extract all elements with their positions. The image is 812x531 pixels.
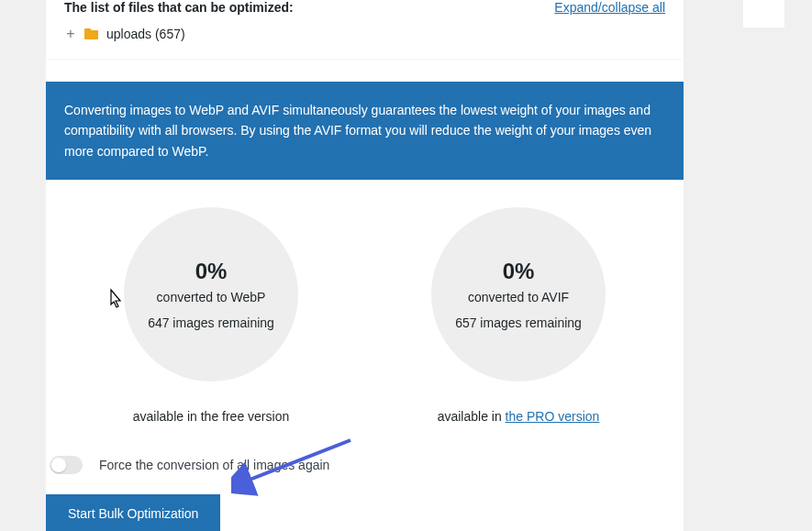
webp-circle: 0% converted to WebP 647 images remainin… <box>124 207 298 382</box>
webp-remaining: 647 images remaining <box>148 315 274 330</box>
avif-availability: available in the PRO version <box>438 409 600 424</box>
toggle-knob <box>51 458 66 472</box>
avif-remaining: 657 images remaining <box>455 315 582 330</box>
expand-icon[interactable]: + <box>64 26 77 42</box>
folder-row-uploads[interactable]: + uploads (657) <box>64 15 665 42</box>
pro-version-link[interactable]: the PRO version <box>506 409 600 424</box>
info-banner: Converting images to WebP and AVIF simul… <box>46 82 684 180</box>
folder-icon <box>84 28 99 40</box>
folder-section: The list of files that can be optimized:… <box>46 0 684 59</box>
avif-avail-prefix: available in <box>438 409 506 424</box>
expand-collapse-link[interactable]: Expand/collapse all <box>554 0 665 15</box>
conversion-stats-row: 0% converted to WebP 647 images remainin… <box>46 207 684 424</box>
start-bulk-optimization-button[interactable]: Start Bulk Optimization <box>46 494 220 531</box>
folder-section-header: The list of files that can be optimized:… <box>64 0 665 15</box>
webp-subtitle: converted to WebP <box>157 290 266 304</box>
webp-stat: 0% converted to WebP 647 images remainin… <box>92 207 330 424</box>
force-conversion-label: Force the conversion of all images again <box>99 458 329 472</box>
avif-stat: 0% converted to AVIF 657 images remainin… <box>399 207 638 424</box>
main-panel: The list of files that can be optimized:… <box>46 0 684 531</box>
avif-percent: 0% <box>503 259 535 284</box>
force-conversion-toggle[interactable] <box>50 456 83 474</box>
webp-availability: available in the free version <box>133 409 289 424</box>
avif-subtitle: converted to AVIF <box>468 290 569 304</box>
webp-percent: 0% <box>195 259 228 284</box>
force-conversion-row: Force the conversion of all images again <box>46 456 684 474</box>
sidebar-panel <box>743 0 784 28</box>
avif-circle: 0% converted to AVIF 657 images remainin… <box>431 207 606 382</box>
folder-label: uploads (657) <box>106 27 185 41</box>
folder-section-title: The list of files that can be optimized: <box>64 0 294 15</box>
